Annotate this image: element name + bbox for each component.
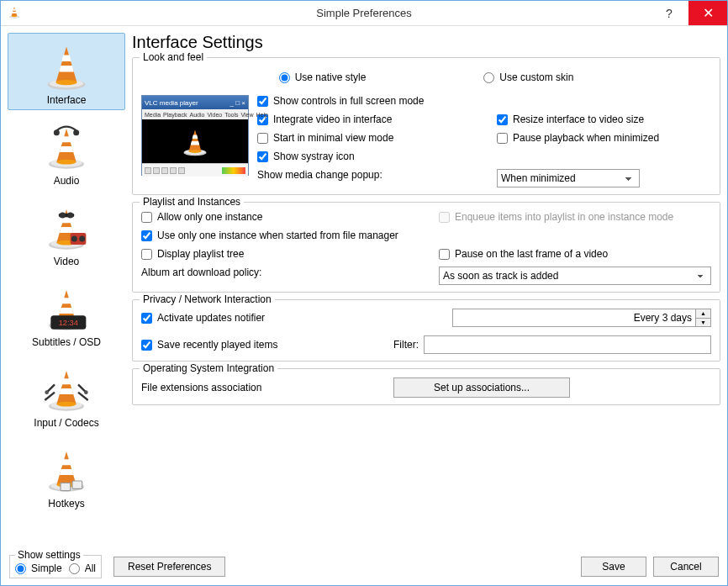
- sidebar-label: Input / Codecs: [34, 417, 98, 429]
- pause-last-frame-check[interactable]: Pause on the last frame of a video: [439, 248, 711, 260]
- privacy-group: Privacy / Network Interaction Activate u…: [132, 299, 720, 362]
- svg-point-10: [67, 213, 73, 219]
- sidebar-label: Subtitles / OSD: [32, 336, 101, 348]
- resize-interface-check[interactable]: Resize interface to video size: [497, 114, 711, 125]
- sidebar-item-video[interactable]: Video: [8, 194, 125, 272]
- sidebar-item-interface[interactable]: Interface: [8, 33, 125, 110]
- native-style-radio[interactable]: Use native style: [279, 71, 367, 83]
- media-change-label: Show media change popup:: [257, 169, 472, 187]
- save-button[interactable]: Save: [581, 557, 646, 577]
- sidebar-item-audio[interactable]: Audio: [8, 114, 125, 191]
- enqueue-check: Enqueue items into playlist in one insta…: [439, 211, 711, 223]
- media-change-select[interactable]: When minimized: [497, 169, 640, 187]
- svg-point-7: [79, 236, 85, 242]
- filter-input[interactable]: [424, 335, 711, 354]
- setup-associations-button[interactable]: Set up associations...: [393, 377, 570, 398]
- sidebar-item-hotkeys[interactable]: Hotkeys: [8, 436, 125, 514]
- subtitles-icon: 12:34: [43, 281, 90, 335]
- page-title: Interface Settings: [132, 33, 720, 52]
- group-legend: Privacy / Network Interaction: [140, 293, 275, 305]
- one-instance-fm-check[interactable]: Use only one instance when started from …: [141, 230, 711, 241]
- save-recent-check[interactable]: Save recently played items: [141, 339, 393, 351]
- playlist-tree-check[interactable]: Display playlist tree: [141, 248, 414, 260]
- spin-up-icon[interactable]: ▲: [696, 309, 710, 319]
- spin-down-icon[interactable]: ▼: [696, 319, 710, 327]
- sidebar-label: Hotkeys: [48, 498, 84, 509]
- svg-point-13: [45, 390, 49, 394]
- skin-preview: VLC media player_ □ × MediaPlaybackAudio…: [141, 95, 249, 176]
- svg-point-3: [54, 129, 60, 135]
- file-assoc-label: File extensions association: [141, 382, 393, 393]
- group-legend: Playlist and Instances: [140, 196, 244, 208]
- show-controls-check[interactable]: Show controls in full screen mode: [257, 95, 711, 107]
- group-legend: Show settings: [15, 549, 83, 561]
- start-minimal-check[interactable]: Start in minimal view mode: [257, 132, 472, 144]
- filter-label: Filter:: [393, 339, 419, 351]
- sidebar-label: Audio: [54, 175, 80, 187]
- integrate-video-check[interactable]: Integrate video in interface: [257, 114, 472, 125]
- playlist-group: Playlist and Instances Allow only one in…: [132, 202, 720, 293]
- look-and-feel-group: Look and feel Use native style Use custo…: [132, 57, 720, 195]
- reset-preferences-button[interactable]: Reset Preferences: [113, 557, 225, 577]
- custom-skin-radio[interactable]: Use custom skin: [483, 71, 573, 83]
- svg-point-6: [71, 236, 77, 242]
- album-art-label: Album art download policy:: [141, 267, 414, 285]
- updates-interval-spin[interactable]: ▲▼: [452, 309, 711, 327]
- sidebar: Interface Audio Video 12:34 Subtitles / …: [8, 33, 125, 547]
- allow-one-check[interactable]: Allow only one instance: [141, 211, 414, 223]
- close-button[interactable]: ✕: [688, 1, 727, 25]
- updates-notifier-check[interactable]: Activate updates notifier: [141, 312, 393, 324]
- svg-text:12:34: 12:34: [59, 319, 78, 327]
- show-settings-group: Show settings Simple All: [9, 555, 102, 578]
- systray-check[interactable]: Show systray icon: [257, 150, 711, 162]
- simple-radio[interactable]: Simple: [15, 562, 62, 574]
- audio-icon: [43, 119, 90, 173]
- sidebar-item-input-codecs[interactable]: Input / Codecs: [8, 356, 125, 433]
- sidebar-item-subtitles[interactable]: 12:34 Subtitles / OSD: [8, 275, 125, 352]
- album-art-select[interactable]: As soon as track is added: [439, 267, 711, 285]
- svg-point-14: [84, 390, 88, 394]
- app-icon: [8, 5, 21, 21]
- video-icon: [43, 200, 90, 254]
- group-legend: Operating System Integration: [140, 362, 277, 374]
- interface-icon: [41, 39, 92, 92]
- pause-minimized-check[interactable]: Pause playback when minimized: [497, 132, 711, 144]
- os-integration-group: Operating System Integration File extens…: [132, 368, 720, 405]
- all-radio[interactable]: All: [69, 562, 96, 574]
- svg-point-9: [60, 213, 66, 219]
- sidebar-label: Video: [54, 256, 79, 267]
- cancel-button[interactable]: Cancel: [653, 557, 719, 577]
- svg-rect-16: [61, 483, 71, 490]
- help-button[interactable]: ?: [650, 1, 688, 25]
- svg-rect-15: [72, 481, 82, 488]
- window-title: Simple Preferences: [316, 7, 411, 19]
- footer: Show settings Simple All Reset Preferenc…: [1, 554, 727, 579]
- sidebar-label: Interface: [47, 94, 87, 106]
- group-legend: Look and feel: [140, 51, 207, 63]
- codecs-icon: [43, 362, 90, 415]
- titlebar: Simple Preferences ? ✕: [1, 1, 727, 26]
- hotkeys-icon: [43, 442, 90, 496]
- svg-point-4: [73, 129, 79, 135]
